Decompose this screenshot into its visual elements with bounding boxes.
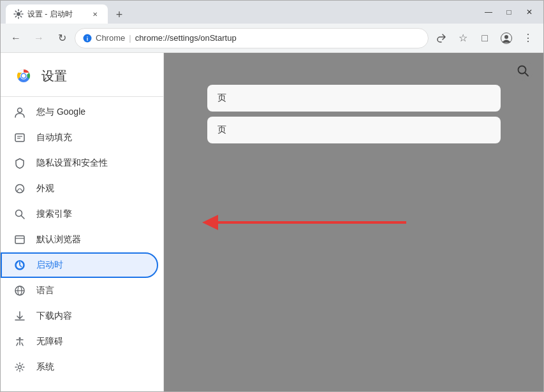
sidebar-header: 设置 bbox=[1, 53, 163, 96]
sidebar-label-accessibility: 无障碍 bbox=[36, 336, 63, 347]
sidebar: 设置 您与 Google bbox=[1, 53, 164, 391]
startup-icon bbox=[13, 259, 26, 272]
sidebar-item-downloads[interactable]: 下载内容 bbox=[1, 303, 158, 329]
nav-right-controls: ☆ □ ⋮ bbox=[431, 28, 538, 48]
sidebar-button[interactable]: □ bbox=[474, 28, 495, 48]
secure-icon: i bbox=[83, 34, 92, 43]
sidebar-item-startup[interactable]: 启动时 bbox=[1, 252, 158, 278]
svg-point-9 bbox=[18, 108, 22, 113]
appearance-icon bbox=[13, 182, 26, 195]
address-bar[interactable]: i Chrome | chrome://settings/onStartup bbox=[75, 28, 429, 48]
content-card-1: 页 bbox=[207, 85, 501, 112]
autofill-icon bbox=[13, 131, 26, 144]
back-button[interactable]: ← bbox=[6, 28, 26, 48]
browser-brand: Chrome bbox=[96, 33, 125, 43]
sidebar-item-google[interactable]: 您与 Google bbox=[1, 99, 158, 125]
main-content: 设置 您与 Google bbox=[1, 53, 543, 391]
new-tab-button[interactable]: + bbox=[110, 6, 128, 24]
tab-favicon bbox=[13, 9, 24, 19]
svg-text:i: i bbox=[87, 36, 89, 42]
sidebar-label-language: 语言 bbox=[36, 285, 54, 296]
sidebar-label-system: 系统 bbox=[36, 361, 54, 373]
content-search-button[interactable] bbox=[513, 61, 533, 81]
sidebar-label-appearance: 外观 bbox=[36, 183, 54, 194]
minimize-button[interactable]: — bbox=[480, 3, 497, 21]
sidebar-item-autofill[interactable]: 自动填充 bbox=[1, 125, 158, 150]
card-1-label: 页 bbox=[217, 92, 226, 103]
share-button[interactable] bbox=[431, 28, 452, 48]
active-tab[interactable]: 设置 - 启动时 ✕ bbox=[6, 4, 108, 24]
sidebar-label-google: 您与 Google bbox=[36, 106, 85, 118]
window-controls: — □ ✕ bbox=[480, 3, 538, 21]
close-button[interactable]: ✕ bbox=[520, 3, 538, 21]
person-icon bbox=[13, 106, 26, 119]
svg-point-0 bbox=[17, 12, 20, 16]
title-bar: 设置 - 启动时 ✕ + — □ ✕ bbox=[1, 1, 543, 24]
search-icon bbox=[13, 208, 26, 221]
tab-area: 设置 - 启动时 ✕ + bbox=[6, 1, 480, 24]
svg-rect-16 bbox=[15, 236, 24, 243]
download-icon bbox=[13, 310, 26, 323]
sidebar-label-startup: 启动时 bbox=[36, 259, 63, 271]
chrome-logo bbox=[13, 66, 34, 86]
sidebar-title: 设置 bbox=[41, 68, 67, 85]
sidebar-label-privacy: 隐私设置和安全性 bbox=[36, 157, 108, 169]
window-frame: 设置 - 启动时 ✕ + — □ ✕ ← → ↻ i Chrome | chro… bbox=[0, 0, 544, 392]
sidebar-item-search[interactable]: 搜索引擎 bbox=[1, 201, 158, 227]
sidebar-label-downloads: 下载内容 bbox=[36, 310, 72, 322]
menu-button[interactable]: ⋮ bbox=[518, 28, 538, 48]
forward-button[interactable]: → bbox=[29, 28, 49, 48]
sidebar-item-browser[interactable]: 默认浏览器 bbox=[1, 227, 158, 252]
content-area: 页 页 bbox=[164, 53, 543, 391]
nav-bar: ← → ↻ i Chrome | chrome://settings/onSta… bbox=[1, 24, 543, 53]
content-card-2: 页 bbox=[207, 117, 501, 143]
sidebar-item-appearance[interactable]: 外观 bbox=[1, 176, 158, 201]
address-url: chrome://settings/onStartup bbox=[135, 33, 237, 43]
sidebar-item-privacy[interactable]: 隐私设置和安全性 bbox=[1, 150, 158, 176]
svg-rect-10 bbox=[15, 134, 24, 142]
sidebar-label-autofill: 自动填充 bbox=[36, 132, 72, 143]
address-separator: | bbox=[129, 33, 131, 43]
sidebar-label-search: 搜索引擎 bbox=[36, 208, 72, 220]
browser-icon bbox=[13, 233, 26, 246]
tab-label: 设置 - 启动时 bbox=[27, 9, 73, 20]
sidebar-divider bbox=[1, 96, 163, 97]
system-icon bbox=[13, 361, 26, 374]
svg-point-8 bbox=[22, 74, 26, 78]
language-icon bbox=[13, 284, 26, 297]
svg-point-24 bbox=[19, 337, 21, 339]
maximize-button[interactable]: □ bbox=[500, 3, 518, 21]
sidebar-item-language[interactable]: 语言 bbox=[1, 278, 158, 303]
sidebar-label-browser: 默认浏览器 bbox=[36, 234, 81, 245]
card-2-label: 页 bbox=[217, 124, 226, 134]
tab-close-button[interactable]: ✕ bbox=[90, 9, 100, 19]
svg-point-25 bbox=[18, 366, 22, 369]
profile-button[interactable] bbox=[496, 28, 517, 48]
bookmark-button[interactable]: ☆ bbox=[453, 28, 473, 48]
sidebar-item-system[interactable]: 系统 bbox=[1, 354, 158, 380]
svg-line-27 bbox=[525, 73, 528, 76]
accessibility-icon bbox=[13, 335, 26, 348]
refresh-button[interactable]: ↻ bbox=[52, 28, 72, 48]
svg-line-15 bbox=[22, 216, 25, 219]
red-arrow bbox=[196, 210, 413, 235]
svg-point-4 bbox=[504, 35, 508, 39]
shield-icon bbox=[13, 157, 26, 170]
svg-marker-29 bbox=[202, 215, 218, 230]
sidebar-item-accessibility[interactable]: 无障碍 bbox=[1, 329, 158, 354]
